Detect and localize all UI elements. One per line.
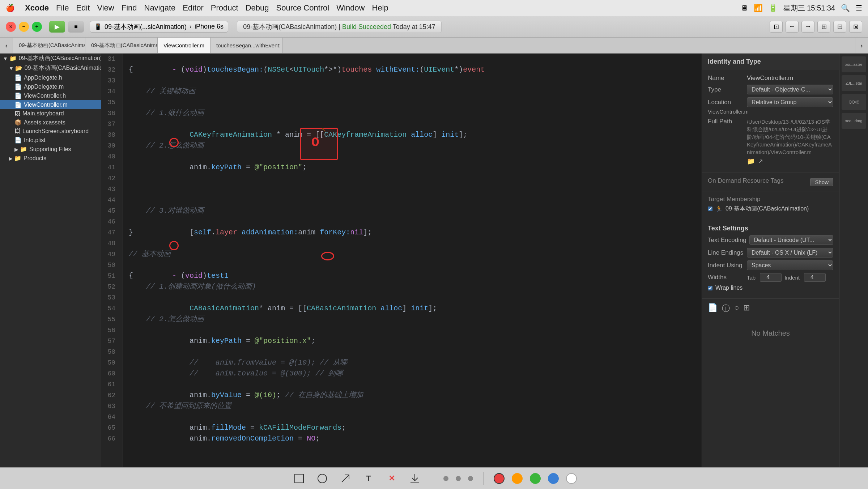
indent-using-select[interactable]: Spaces — [747, 260, 833, 270]
build-time-value: Today at 15:47 — [393, 23, 435, 30]
utilities-toggle-btn[interactable]: ⊠ — [849, 21, 862, 33]
products-icon: 📁 — [14, 155, 21, 162]
expand-arrow-icon: ▼ — [3, 56, 8, 61]
menubar-product[interactable]: Product — [211, 3, 238, 13]
nav-item-appdelegate-h[interactable]: 📄 AppDelegate.h — [0, 73, 101, 82]
full-path-row: Full Path /User/Desktop/13-/UI/02//13-iO… — [708, 118, 833, 165]
apple-menu[interactable]: 🍎 — [6, 4, 15, 12]
arrow-tool[interactable] — [337, 471, 353, 486]
full-path-reveal-icon[interactable]: ↗ — [758, 157, 763, 165]
scheme-selector[interactable]: 📱 09-基本动画(...sicAnimation) › iPhone 6s — [90, 21, 228, 33]
far-right-item-2[interactable]: QQ框 — [842, 94, 866, 110]
encoding-select[interactable]: Default - Unicode (UT... — [749, 235, 833, 245]
nav-item-group1[interactable]: ▼ 📂 09-基本动画(CABasicAnimation) — [0, 63, 101, 73]
color-white[interactable] — [566, 473, 577, 484]
nav-item-launchscreen[interactable]: 🖼 LaunchScreen.storyboard — [0, 127, 101, 136]
nav-item-viewcontroller-m[interactable]: 📄 ViewController.m — [0, 100, 101, 109]
menubar-battery-icon: 🔋 — [769, 4, 778, 12]
back-btn[interactable]: ← — [786, 21, 799, 33]
type-select[interactable]: Default - Objective-C... — [747, 85, 833, 94]
right-panel-header: Identity and Type — [702, 54, 839, 70]
split-editor-btn[interactable]: ⊞ — [817, 21, 830, 33]
new-file-icon[interactable]: 📄 — [708, 303, 718, 314]
nav-item-viewcontroller-h[interactable]: 📄 ViewController.h — [0, 91, 101, 100]
wrap-lines-label: Wrap lines — [715, 285, 743, 291]
stop-button[interactable]: ■ — [68, 21, 84, 33]
color-blue[interactable] — [548, 473, 559, 484]
line-endings-select[interactable]: Default - OS X / Unix (LF) — [747, 248, 833, 258]
wrap-lines-checkbox[interactable] — [708, 286, 712, 290]
tab-bar: ‹ 09-基本动画(CABasicAnimation) 09-基本动画(CABa… — [0, 38, 868, 54]
menubar-help[interactable]: Help — [372, 3, 388, 13]
target-checkbox[interactable] — [708, 207, 712, 211]
menubar-edit[interactable]: Edit — [76, 3, 90, 13]
grid-icon[interactable]: ⊞ — [743, 303, 750, 314]
menubar-search-icon[interactable]: 🔍 — [841, 4, 850, 12]
full-path-folder-icon[interactable]: 📁 — [747, 157, 755, 165]
hide-panel-btn[interactable]: ⊟ — [833, 21, 846, 33]
nav-products-label: Products — [24, 155, 46, 162]
far-right-item-1[interactable]: ZJL...etai — [842, 75, 866, 91]
target-icon: 🏃 — [715, 205, 723, 212]
code-line-55: // 2.怎么做动画 — [129, 314, 696, 325]
run-icon: ▶ — [55, 23, 60, 31]
menubar-source-control[interactable]: Source Control — [276, 3, 329, 13]
tab-width-input[interactable] — [760, 273, 782, 282]
menubar-view[interactable]: View — [97, 3, 114, 13]
tab-3[interactable]: touchesBegan...withEvent: — [210, 38, 283, 53]
tab-0[interactable]: 09-基本动画(CABasicAnimation) — [13, 38, 85, 53]
tab-2[interactable]: ViewController.m — [158, 38, 210, 53]
nav-item-project[interactable]: ▼ 📁 09-基本动画(CABasicAnimation) — [0, 54, 101, 63]
menubar-file[interactable]: File — [56, 3, 69, 13]
menubar-xcode[interactable]: Xcode — [25, 3, 49, 13]
color-red[interactable] — [494, 473, 505, 484]
code-editor[interactable]: 31 32 33 34 35 36 37 38 39 40 41 42 43 4… — [101, 54, 702, 467]
location-select[interactable]: Relative to Group — [747, 97, 833, 107]
menubar-navigate[interactable]: Navigate — [144, 3, 176, 13]
menubar-editor[interactable]: Editor — [183, 3, 203, 13]
annotation-letter-o: O — [311, 133, 319, 153]
menubar-find[interactable]: Find — [122, 3, 137, 13]
menubar-debug[interactable]: Debug — [246, 3, 269, 13]
color-green[interactable] — [530, 473, 541, 484]
circle-icon[interactable]: ○ — [734, 303, 739, 314]
show-button[interactable]: Show — [810, 178, 833, 186]
tab-right-scroll[interactable]: › — [855, 38, 868, 54]
forward-btn[interactable]: → — [801, 21, 814, 33]
far-right-item-3[interactable]: xco...dmg — [842, 113, 866, 129]
menubar-window[interactable]: Window — [336, 3, 365, 13]
nav-item-assets[interactable]: 📦 Assets.xcassets — [0, 118, 101, 127]
rect-tool[interactable] — [291, 471, 307, 486]
text-tool[interactable]: T — [361, 471, 376, 486]
code-line-44 — [129, 195, 696, 205]
menubar-menu-icon[interactable]: ☰ — [856, 4, 862, 12]
nav-item-supporting-files[interactable]: ▶ 📁 Supporting Files — [0, 145, 101, 154]
folder-icon: 📁 — [20, 146, 27, 153]
color-orange[interactable] — [512, 473, 523, 484]
window-minimize-btn[interactable]: − — [19, 22, 29, 32]
window-close-btn[interactable]: × — [6, 22, 16, 32]
type-label: Type — [708, 86, 744, 93]
nav-item-main-storyboard[interactable]: 🖼 Main.storyboard — [0, 109, 101, 118]
far-right-item-0[interactable]: xsi...aster — [842, 56, 866, 72]
download-tool[interactable] — [407, 471, 423, 486]
run-button[interactable]: ▶ — [49, 21, 65, 33]
indent-width-input[interactable] — [804, 273, 826, 282]
clear-tool[interactable]: ✕ — [384, 471, 400, 486]
nav-item-infoplist[interactable]: 📄 Info.plist — [0, 136, 101, 145]
navigator-toggle-btn[interactable]: ⊡ — [770, 21, 783, 33]
circle-tool[interactable] — [314, 471, 330, 486]
tab-left-scroll[interactable]: ‹ — [0, 38, 13, 54]
nav-item-appdelegate-m[interactable]: 📄 AppDelegate.m — [0, 82, 101, 91]
code-line-33 — [129, 75, 696, 86]
code-line-56: anim.keyPath = @"position.x"; — [129, 325, 696, 336]
code-line-31: - (void)touchesBegan:(NSSet<UITouch*>*)t… — [129, 54, 696, 64]
code-content[interactable]: - (void)touchesBegan:(NSSet<UITouch*>*)t… — [123, 54, 702, 467]
nav-item-products[interactable]: ▶ 📁 Products — [0, 154, 101, 163]
action-icons-row: 📄 ⓘ ○ ⊞ — [702, 299, 839, 318]
info-icon[interactable]: ⓘ — [722, 303, 730, 314]
divider-2 — [483, 472, 484, 485]
tab-1[interactable]: 09-基本动画(CABasicAnimation) — [85, 38, 158, 53]
nav-viewcontroller-h-label: ViewController.h — [24, 93, 66, 99]
window-maximize-btn[interactable]: + — [32, 22, 42, 32]
